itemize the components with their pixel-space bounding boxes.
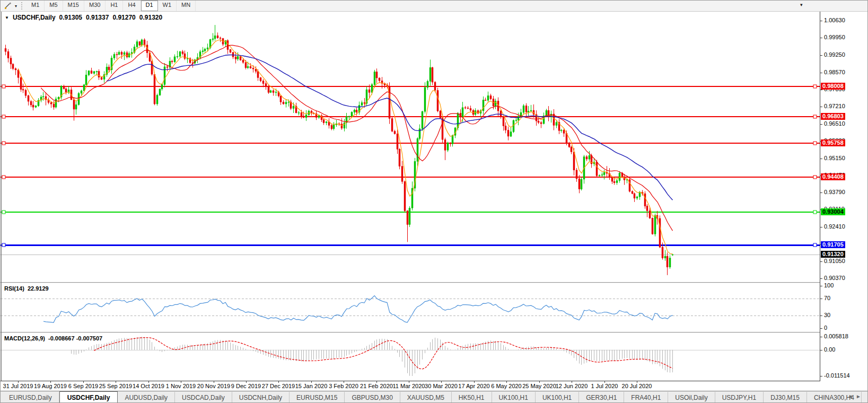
hline-handle[interactable] [813, 176, 817, 179]
chevron-down-icon[interactable]: ▾ [13, 4, 19, 8]
axis-tick [820, 90, 822, 90]
hline-0.96803[interactable] [1, 116, 820, 117]
period-button-h4[interactable]: H4 [123, 1, 141, 11]
axis-tick [820, 316, 822, 316]
date-label: 11 Mar 2020 [393, 383, 425, 389]
hline-0.94408[interactable] [1, 177, 820, 178]
period-button-h1[interactable]: H1 [106, 1, 123, 11]
rsi-chart[interactable] [1, 283, 820, 332]
date-label: 6 May 2020 [491, 383, 521, 389]
axis-tick [820, 376, 822, 376]
macd-pane[interactable] [1, 333, 820, 381]
chart-tab-bar: EURUSD,DailyUSDCHF,DailyAUDUSD,DailyUSDC… [1, 391, 868, 403]
date-label: 30 Mar 2020 [425, 383, 458, 389]
period-button-m30[interactable]: M30 [84, 1, 106, 11]
tab-usdjpy-h1[interactable]: USDJPY,H1 [715, 392, 764, 403]
price-axis[interactable]: 1.006300.999500.992500.985700.978900.972… [820, 12, 868, 381]
date-axis[interactable]: 31 Jul 201919 Aug 20196 Sep 201925 Sep 2… [1, 381, 820, 391]
axis-tick [820, 261, 822, 262]
tab-uk100-h1[interactable]: UK100,H1 [492, 392, 536, 403]
axis-tick-label: 70 [824, 295, 830, 301]
axis-tick [820, 192, 822, 193]
crosshair-tool-icon[interactable] [2, 1, 13, 11]
rsi-indicator-label: RSI(14) 22.9129 [4, 285, 49, 292]
axis-tick [820, 55, 822, 56]
macd-values: -0.008667 -0.007507 [48, 335, 102, 341]
rsi-pane[interactable] [1, 283, 820, 332]
tab-eurusd-daily[interactable]: EURUSD,Daily [2, 392, 59, 403]
hline-handle[interactable] [813, 243, 817, 247]
candlestick-chart[interactable] [1, 12, 820, 282]
tab-gbpusd-m30[interactable]: GBPUSD,M30 [345, 392, 400, 403]
date-label: 1 Jul 2020 [591, 383, 618, 389]
axis-tick-label: 0.92410 [824, 223, 845, 230]
tab-xauusd-m5[interactable]: XAUUSD,M5 [400, 392, 452, 403]
hline-handle[interactable] [2, 115, 5, 118]
tab-uk100-h1[interactable]: UK100,H1 [536, 392, 579, 403]
hline-handle[interactable] [2, 211, 5, 214]
hline-handle[interactable] [813, 211, 817, 214]
hline-0.98008[interactable] [1, 86, 820, 87]
scroll-right-icon[interactable]: ► [856, 393, 864, 399]
chevron-down-icon[interactable]: ▼ [5, 15, 9, 20]
axis-tick-label: 0.96510 [824, 120, 845, 127]
tab-usdchf-daily[interactable]: USDCHF,Daily [59, 391, 118, 403]
hline-handle[interactable] [2, 142, 5, 145]
tab-ger30-h1[interactable]: GER30,H1 [579, 392, 624, 403]
rsi-name: RSI(14) [4, 285, 24, 292]
period-button-w1[interactable]: W1 [158, 1, 177, 11]
period-button-m15[interactable]: M15 [63, 1, 84, 11]
date-label: 6 Sep 2019 [68, 383, 98, 389]
tab-audusd-daily[interactable]: AUDUSD,Daily [118, 392, 175, 403]
scroll-left-icon[interactable]: ◄ [847, 393, 856, 399]
hline-price-label: 0.91705 [821, 241, 845, 248]
period-button-m5[interactable]: M5 [45, 1, 63, 11]
period-button-mn[interactable]: MN [177, 1, 196, 11]
moving-average-14 [41, 45, 672, 231]
hline-handle[interactable] [813, 85, 817, 88]
date-label: 9 Dec 2019 [231, 383, 261, 389]
hline-handle[interactable] [2, 243, 5, 247]
axis-tick-label: 0.95150 [824, 155, 845, 161]
hline-handle[interactable] [813, 142, 817, 145]
hline-price-label: 0.95758 [821, 139, 845, 146]
axis-tick [820, 350, 822, 351]
tab-scroll-arrows: ◄► [847, 393, 864, 399]
axis-tick-label: 0.91050 [824, 258, 845, 264]
symbol-period-label: USDCHF,Daily [13, 14, 56, 21]
hline-handle[interactable] [2, 176, 5, 179]
tab-fra40-h1[interactable]: FRA40,H1 [624, 392, 668, 403]
timeframe-toolbar: ▾ M1M5M15M30H1H4D1W1MN ▾ [1, 1, 867, 12]
chart-left-border [1, 12, 2, 381]
tab-dj30-m15[interactable]: DJ30,M15 [764, 392, 807, 403]
axis-tick-label: -0.011514 [824, 372, 850, 379]
date-label: 15 Jan 2020 [295, 383, 328, 389]
close-value: 0.91320 [139, 14, 162, 21]
axis-tick [820, 38, 822, 38]
axis-tick-label: 0.98570 [824, 69, 845, 75]
main-price-pane[interactable] [1, 12, 820, 282]
tab-eurusd-m15[interactable]: EURUSD,M15 [290, 392, 345, 403]
hline-0.95758[interactable] [1, 143, 820, 144]
axis-tick [820, 286, 822, 286]
tab-hk50-h1[interactable]: HK50,H1 [452, 392, 492, 403]
hline-handle[interactable] [2, 85, 5, 88]
axis-tick-label: 100 [824, 282, 834, 288]
axis-tick [820, 73, 822, 73]
hline-handle[interactable] [813, 115, 817, 118]
macd-chart[interactable] [1, 333, 820, 381]
toolbar-overflow-icon[interactable]: ▾ [800, 2, 803, 7]
moving-average-5 [18, 40, 672, 254]
period-button-d1[interactable]: D1 [141, 1, 158, 11]
trading-platform-window: ▾ M1M5M15M30H1H4D1W1MN ▾ ▼ USDCHF,Daily … [0, 0, 868, 403]
tab-usdcad-daily[interactable]: USDCAD,Daily [175, 392, 232, 403]
toolbar-grip[interactable] [21, 2, 24, 10]
hline-price-label: 0.96803 [821, 113, 845, 120]
axis-tick-label: 0.005818 [824, 333, 848, 339]
period-button-m1[interactable]: M1 [27, 1, 45, 11]
tab-usdcnh-daily[interactable]: USDCNH,Daily [232, 392, 290, 403]
low-value: 0.91270 [112, 14, 135, 21]
tab-usoil-daily[interactable]: USOil,Daily [668, 392, 715, 403]
date-label: 20 Jul 2020 [622, 383, 652, 389]
hline-0.91705[interactable] [1, 244, 820, 246]
